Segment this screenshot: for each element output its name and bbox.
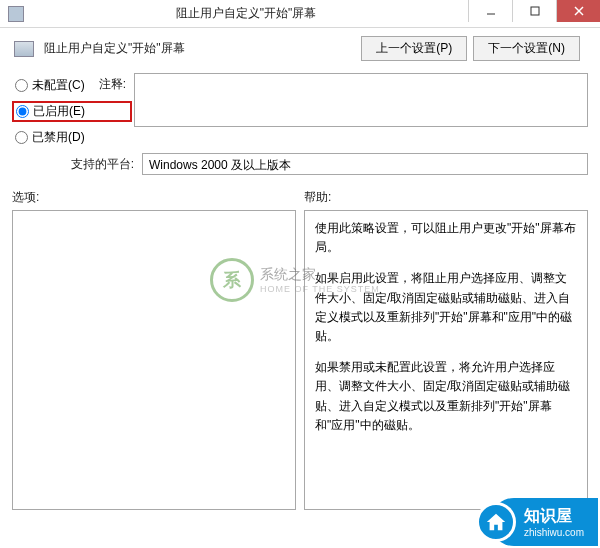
titlebar-text: 阻止用户自定义"开始"屏幕 <box>24 5 468 22</box>
policy-icon <box>14 41 34 57</box>
policy-title: 阻止用户自定义"开始"屏幕 <box>44 40 351 57</box>
radio-enabled-input[interactable] <box>16 105 29 118</box>
nav-buttons: 上一个设置(P) 下一个设置(N) <box>361 36 580 61</box>
help-paragraph: 如果启用此设置，将阻止用户选择应用、调整文件大小、固定/取消固定磁贴或辅助磁贴、… <box>315 269 577 346</box>
comment-input[interactable] <box>134 73 588 127</box>
maximize-button[interactable] <box>512 0 556 22</box>
help-paragraph: 如果禁用或未配置此设置，将允许用户选择应用、调整文件大小、固定/取消固定磁贴或辅… <box>315 358 577 435</box>
badge-url: zhishiwu.com <box>524 527 584 538</box>
next-setting-button[interactable]: 下一个设置(N) <box>473 36 580 61</box>
help-column: 帮助: 使用此策略设置，可以阻止用户更改"开始"屏幕布局。 如果启用此设置，将阻… <box>304 189 588 510</box>
app-icon <box>8 6 24 22</box>
comment-label: 注释: <box>74 73 134 93</box>
prev-setting-button[interactable]: 上一个设置(P) <box>361 36 467 61</box>
site-badge: 知识屋 zhishiwu.com <box>490 498 598 546</box>
minimize-button[interactable] <box>468 0 512 22</box>
config-area: 未配置(C) 已启用(E) 已禁用(D) 注释: <box>12 73 588 153</box>
radio-not-configured-input[interactable] <box>15 79 28 92</box>
options-column: 选项: <box>12 189 296 510</box>
options-box[interactable] <box>12 210 296 510</box>
platform-label: 支持的平台: <box>12 156 142 173</box>
right-column: 注释: <box>142 73 588 153</box>
radio-disabled-label: 已禁用(D) <box>32 129 85 146</box>
radio-enabled-label: 已启用(E) <box>33 103 85 120</box>
badge-text: 知识屋 zhishiwu.com <box>524 506 584 538</box>
titlebar: 阻止用户自定义"开始"屏幕 <box>0 0 600 28</box>
help-paragraph: 使用此策略设置，可以阻止用户更改"开始"屏幕布局。 <box>315 219 577 257</box>
badge-house-icon <box>476 502 516 542</box>
help-box[interactable]: 使用此策略设置，可以阻止用户更改"开始"屏幕布局。 如果启用此设置，将阻止用户选… <box>304 210 588 510</box>
lower-section: 选项: 帮助: 使用此策略设置，可以阻止用户更改"开始"屏幕布局。 如果启用此设… <box>12 189 588 510</box>
window-controls <box>468 0 600 27</box>
help-label: 帮助: <box>304 189 588 206</box>
radio-enabled[interactable]: 已启用(E) <box>12 101 132 122</box>
options-label: 选项: <box>12 189 296 206</box>
platform-row: 支持的平台: Windows 2000 及以上版本 <box>12 153 588 175</box>
svg-rect-1 <box>531 7 539 15</box>
content-area: 阻止用户自定义"开始"屏幕 上一个设置(P) 下一个设置(N) 未配置(C) 已… <box>0 28 600 518</box>
comment-row: 注释: <box>142 73 588 127</box>
close-button[interactable] <box>556 0 600 22</box>
radio-disabled[interactable]: 已禁用(D) <box>12 128 132 147</box>
platform-value: Windows 2000 及以上版本 <box>142 153 588 175</box>
radio-disabled-input[interactable] <box>15 131 28 144</box>
badge-cn: 知识屋 <box>524 506 584 527</box>
header-row: 阻止用户自定义"开始"屏幕 上一个设置(P) 下一个设置(N) <box>12 36 588 61</box>
